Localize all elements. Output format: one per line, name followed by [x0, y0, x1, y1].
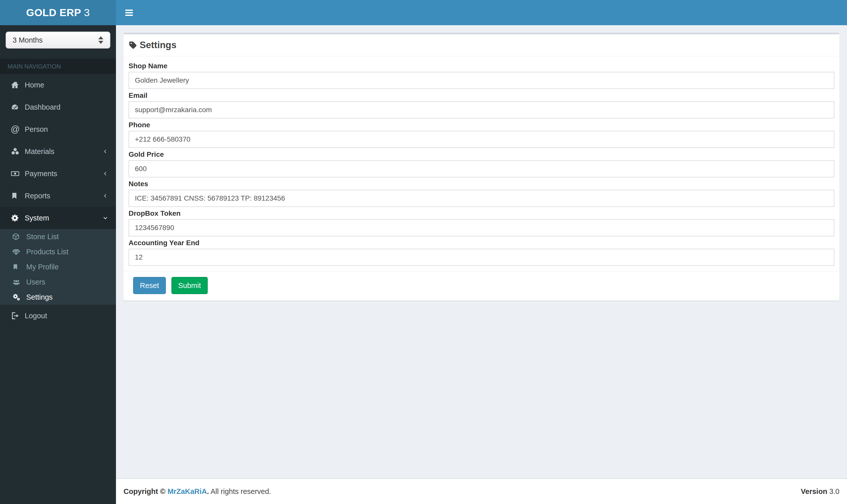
rights-text: All rights reserved.	[211, 487, 271, 496]
at-icon: @	[11, 125, 21, 133]
field-label: DropBox Token	[128, 210, 834, 217]
nav-item-label: Settings	[26, 293, 53, 301]
sidebar-item-materials[interactable]: Materials	[0, 140, 116, 163]
gear-icon	[11, 214, 21, 222]
form-group: Notes	[128, 180, 834, 207]
nav-item-label: My Profile	[26, 263, 59, 271]
field-label: Phone	[128, 121, 834, 129]
field-label: Accounting Year End	[128, 239, 834, 247]
sidebar-toggle-button[interactable]	[116, 0, 142, 25]
accounting-year-end-input[interactable]	[128, 249, 834, 266]
copyright-prefix: Copyright ©	[124, 487, 165, 496]
form-group: Email	[128, 91, 834, 119]
sidebar-item-my-profile[interactable]: My Profile	[0, 259, 116, 274]
main-header: GOLD ERP 3	[0, 0, 847, 25]
brand-logo[interactable]: GOLD ERP 3	[0, 0, 116, 25]
phone-input[interactable]	[128, 131, 834, 148]
author-link[interactable]: MrZaKaRiA	[167, 487, 207, 496]
bookmark-icon	[12, 263, 23, 271]
settings-form: Shop Name Email Phone Gold Price Notes D…	[124, 56, 840, 271]
sidebar-item-settings[interactable]: Settings	[0, 290, 116, 305]
page-footer: Copyright © MrZaKaRiA. All rights reserv…	[116, 478, 847, 504]
brand-thin: 3	[84, 7, 90, 19]
card-header: Settings	[124, 34, 840, 56]
period-select[interactable]: 3 Months	[5, 32, 110, 49]
sidebar-item-home[interactable]: Home	[0, 74, 116, 96]
sidebar-item-products-list[interactable]: Products List	[0, 244, 116, 259]
form-group: DropBox Token	[128, 210, 834, 236]
sidebar-section-header: MAIN NAVIGATION	[0, 59, 116, 74]
tag-icon	[128, 41, 137, 49]
submit-button[interactable]: Submit	[172, 277, 208, 294]
top-navbar	[116, 0, 847, 25]
nav-item-label: Logout	[25, 312, 47, 320]
form-group: Accounting Year End	[128, 239, 834, 266]
sign-out-icon	[11, 311, 21, 320]
cubes-icon	[11, 147, 21, 156]
chevron-down-icon	[102, 215, 108, 221]
money-icon	[11, 169, 21, 178]
sidebar: 3 Months MAIN NAVIGATION Home Dashboard …	[0, 25, 116, 504]
sidebar-item-reports[interactable]: Reports	[0, 185, 116, 207]
nav-item-label: Products List	[26, 248, 69, 256]
nav-item-label: Person	[25, 125, 48, 133]
nav-item-label: Dashboard	[25, 103, 60, 111]
field-label: Notes	[128, 180, 834, 188]
diamond-icon	[12, 248, 23, 256]
content-area: Settings Shop Name Email Phone Gold Pric…	[116, 25, 847, 478]
reset-button[interactable]: Reset	[133, 277, 166, 294]
field-label: Shop Name	[128, 62, 834, 70]
sidebar-item-system[interactable]: System	[0, 207, 116, 229]
sidebar-item-stone-list[interactable]: Stone List	[0, 229, 116, 244]
field-label: Gold Price	[128, 150, 834, 159]
system-submenu: Stone List Products List My Profile User…	[0, 229, 116, 305]
email-input[interactable]	[128, 101, 834, 119]
select-stepper-icon	[98, 36, 103, 44]
chevron-left-icon	[102, 193, 108, 199]
page-title-text: Settings	[140, 40, 176, 50]
sidebar-item-users[interactable]: Users	[0, 274, 116, 290]
chevron-left-icon	[102, 148, 108, 155]
version-number: 3.0	[829, 487, 840, 496]
nav-item-label: Materials	[25, 147, 54, 156]
chevron-left-icon	[102, 170, 108, 177]
settings-card: Settings Shop Name Email Phone Gold Pric…	[124, 33, 840, 301]
users-icon	[12, 278, 23, 286]
dropbox-token-input[interactable]	[128, 219, 834, 236]
sidebar-item-dashboard[interactable]: Dashboard	[0, 96, 116, 118]
field-label: Email	[128, 91, 834, 100]
nav-item-label: Users	[26, 278, 46, 286]
nav-item-label: Home	[25, 81, 44, 89]
sidebar-item-logout[interactable]: Logout	[0, 305, 116, 327]
nav-item-label: Stone List	[26, 233, 59, 241]
author-suffix: .	[207, 487, 209, 496]
version-info: Version 3.0	[801, 487, 840, 496]
form-group: Shop Name	[128, 62, 834, 89]
page-title: Settings	[128, 40, 176, 50]
version-label: Version	[801, 487, 827, 496]
form-group: Gold Price	[128, 150, 834, 177]
card-footer: Reset Submit	[124, 271, 840, 301]
period-select-value: 3 Months	[13, 36, 42, 44]
dashboard-icon	[11, 103, 21, 111]
home-icon	[11, 80, 21, 89]
form-group: Phone	[128, 121, 834, 148]
sidebar-item-payments[interactable]: Payments	[0, 163, 116, 185]
bookmark-icon	[11, 192, 21, 200]
notes-input[interactable]	[128, 190, 834, 207]
brand-bold: GOLD ERP	[26, 7, 81, 19]
cube-icon	[12, 233, 23, 241]
copyright: Copyright © MrZaKaRiA. All rights reserv…	[124, 487, 271, 496]
hamburger-icon	[125, 10, 133, 11]
shop-name-input[interactable]	[128, 72, 834, 89]
nav-item-label: Reports	[25, 192, 50, 200]
gold-price-input[interactable]	[128, 160, 834, 177]
sidebar-item-person[interactable]: @ Person	[0, 118, 116, 140]
gears-icon	[12, 293, 23, 301]
nav-item-label: System	[25, 214, 49, 222]
nav-item-label: Payments	[25, 169, 57, 178]
